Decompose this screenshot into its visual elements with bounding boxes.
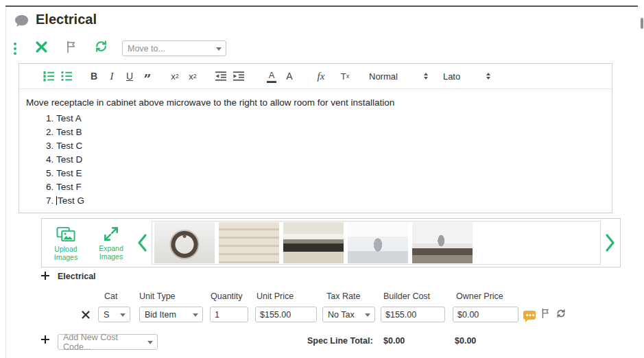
cost-code-section-title: Electrical bbox=[58, 272, 96, 281]
editor-paragraph: Move receptacle in cabinet above microwa… bbox=[26, 97, 604, 108]
unit-price-input[interactable] bbox=[255, 307, 317, 322]
italic-button[interactable]: I bbox=[104, 68, 119, 84]
list-item-text: Test B bbox=[56, 127, 82, 137]
spec-line-total-owner: $0.00 bbox=[455, 336, 476, 346]
expand-images-button[interactable]: Expand Images bbox=[90, 225, 132, 261]
image-gallery: Upload Images Expand Images bbox=[41, 218, 621, 267]
cat-dropdown[interactable]: S bbox=[98, 307, 130, 322]
column-header-tax-rate: Tax Rate bbox=[326, 291, 360, 301]
font-color-button[interactable]: A bbox=[264, 68, 279, 84]
superscript-button[interactable]: x2 bbox=[185, 68, 200, 84]
column-header-cat: Cat bbox=[104, 291, 117, 301]
column-header-unit-type: Unit Type bbox=[139, 291, 176, 301]
cat-value: S bbox=[104, 310, 109, 320]
font-family-dropdown[interactable]: Lato bbox=[443, 71, 490, 82]
spec-line-total-label: Spec Line Total: bbox=[307, 336, 373, 346]
background-color-button[interactable]: A bbox=[282, 68, 297, 84]
list-item: Test B bbox=[56, 126, 604, 139]
image-thumbnail[interactable] bbox=[348, 222, 408, 263]
gallery-previous-icon[interactable] bbox=[136, 233, 147, 252]
ordered-list-icon[interactable] bbox=[41, 68, 56, 84]
close-icon[interactable] bbox=[34, 40, 49, 57]
expand-cost-code-icon[interactable] bbox=[41, 272, 49, 280]
column-header-owner-price: Owner Price bbox=[456, 291, 503, 301]
add-new-cost-code-label: Add New Cost Code... bbox=[63, 333, 145, 352]
line-flag-icon[interactable] bbox=[541, 308, 550, 322]
comment-icon[interactable] bbox=[523, 311, 536, 320]
background-color-letter: A bbox=[286, 71, 292, 82]
image-thumbnail[interactable] bbox=[477, 222, 537, 263]
top-border bbox=[5, 5, 638, 7]
spec-line-total-builder: $0.00 bbox=[383, 336, 405, 346]
upload-images-label: Upload Images bbox=[49, 245, 82, 261]
list-item-text: Test C bbox=[56, 141, 82, 151]
add-cost-code-icon[interactable] bbox=[41, 335, 49, 344]
owner-price-input[interactable] bbox=[453, 307, 518, 322]
move-to-dropdown[interactable]: Move to... bbox=[122, 40, 226, 56]
expand-images-label: Expand Images bbox=[95, 244, 128, 261]
clear-format-base: T bbox=[341, 71, 346, 82]
thumbnail-strip bbox=[152, 221, 601, 265]
refresh-icon[interactable] bbox=[95, 40, 108, 56]
left-border bbox=[5, 7, 6, 358]
insert-formula-button[interactable]: fx bbox=[313, 68, 329, 84]
rich-text-editor: B I U ” x2 x2 A A fx Tx Normal Lato Move… bbox=[19, 63, 612, 213]
list-item: Test C bbox=[56, 139, 604, 153]
line-refresh-icon[interactable] bbox=[556, 309, 566, 321]
list-item: Test F bbox=[56, 180, 604, 194]
scrollbar-thumb[interactable] bbox=[641, 18, 643, 29]
updown-arrows-icon bbox=[424, 73, 428, 80]
font-family-value: Lato bbox=[443, 71, 460, 82]
list-item: Test A bbox=[56, 112, 604, 126]
column-header-unit-price: Unit Price bbox=[257, 291, 294, 301]
list-item-text: Test A bbox=[56, 113, 82, 123]
superscript-mark: 2 bbox=[193, 73, 197, 80]
blockquote-button[interactable]: ” bbox=[140, 68, 155, 84]
unit-type-value: Bid Item bbox=[145, 310, 176, 320]
tax-rate-value: No Tax bbox=[328, 310, 355, 320]
outdent-icon[interactable] bbox=[213, 68, 228, 84]
subscript-button[interactable]: x2 bbox=[167, 68, 182, 84]
more-options-kebab-icon[interactable] bbox=[12, 41, 18, 56]
column-header-builder-cost: Builder Cost bbox=[383, 291, 430, 301]
quantity-input[interactable] bbox=[210, 307, 248, 322]
bold-button[interactable]: B bbox=[86, 68, 102, 84]
underline-button[interactable]: U bbox=[122, 68, 137, 84]
image-thumbnail[interactable] bbox=[412, 222, 473, 263]
list-item-text: Test E bbox=[56, 168, 82, 178]
updown-arrows-icon bbox=[486, 73, 490, 80]
image-thumbnail[interactable] bbox=[219, 222, 279, 263]
paragraph-style-dropdown[interactable]: Normal bbox=[369, 71, 428, 82]
expand-images-icon bbox=[102, 225, 120, 243]
list-item-text: Test F bbox=[56, 182, 82, 192]
text-cursor bbox=[56, 196, 57, 205]
builder-cost-input[interactable] bbox=[381, 307, 445, 322]
page: { "colors": { "accent_green": "#2bb673",… bbox=[0, 0, 644, 358]
editor-toolbar: B I U ” x2 x2 A A fx Tx Normal Lato bbox=[19, 64, 612, 89]
image-thumbnail[interactable] bbox=[283, 222, 344, 263]
flag-icon[interactable] bbox=[66, 40, 77, 56]
gallery-next-icon[interactable] bbox=[605, 233, 616, 252]
list-item: Test G bbox=[56, 194, 604, 208]
page-title: Electrical bbox=[36, 12, 97, 27]
add-new-cost-code-dropdown[interactable]: Add New Cost Code... bbox=[58, 334, 158, 350]
font-color-letter: A bbox=[269, 70, 275, 80]
chat-bubble-icon bbox=[14, 14, 29, 31]
clear-format-mark: x bbox=[346, 73, 350, 80]
unordered-list-icon[interactable] bbox=[59, 68, 74, 84]
column-header-quantity: Quantity bbox=[211, 291, 243, 301]
upload-images-button[interactable]: Upload Images bbox=[45, 225, 87, 261]
list-item-text: Test G bbox=[58, 195, 84, 206]
editor-ordered-list: Test A Test B Test C Test D Test E Test … bbox=[26, 112, 604, 208]
list-item: Test E bbox=[56, 167, 604, 180]
tax-rate-dropdown[interactable]: No Tax bbox=[322, 307, 375, 322]
clear-formatting-button[interactable]: Tx bbox=[337, 68, 353, 84]
image-thumbnail[interactable] bbox=[154, 222, 215, 263]
upload-images-icon bbox=[56, 225, 76, 243]
unit-type-dropdown[interactable]: Bid Item bbox=[139, 307, 203, 322]
editor-content-area[interactable]: Move receptacle in cabinet above microwa… bbox=[19, 89, 612, 208]
paragraph-style-value: Normal bbox=[369, 71, 398, 82]
list-item-text: Test D bbox=[56, 154, 82, 165]
delete-line-item-icon[interactable] bbox=[82, 309, 90, 322]
indent-icon[interactable] bbox=[231, 68, 246, 84]
